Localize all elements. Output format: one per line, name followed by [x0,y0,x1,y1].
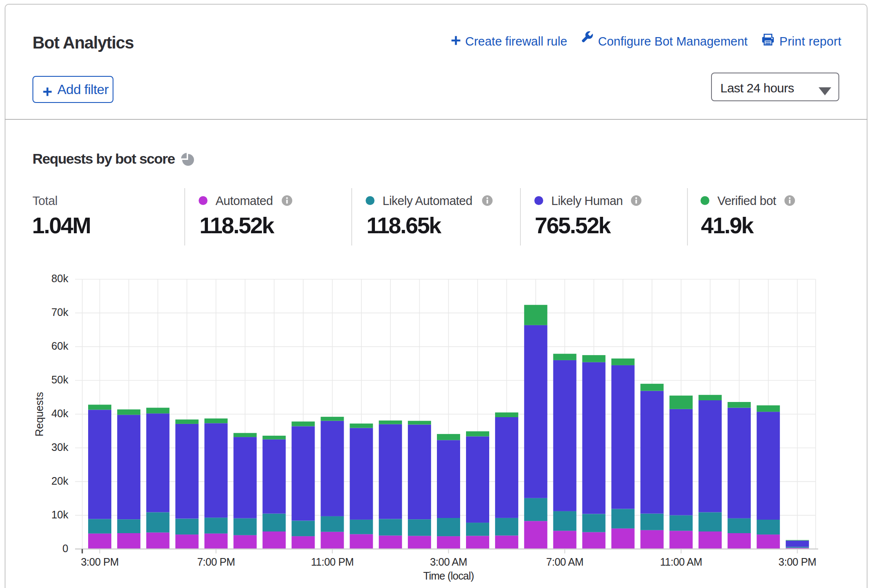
svg-text:40k: 40k [51,407,69,419]
svg-text:3:00 PM: 3:00 PM [779,556,816,568]
svg-text:20k: 20k [51,475,69,487]
svg-text:0: 0 [62,542,68,554]
svg-text:70k: 70k [51,306,69,318]
svg-text:7:00 AM: 7:00 AM [546,556,583,568]
svg-text:3:00 AM: 3:00 AM [430,556,467,568]
svg-text:10k: 10k [51,509,69,521]
svg-text:Time (local): Time (local) [423,570,474,582]
svg-text:Requests: Requests [33,392,45,437]
svg-text:30k: 30k [51,441,69,453]
svg-text:80k: 80k [51,272,69,284]
svg-text:50k: 50k [51,374,69,386]
svg-text:11:00 PM: 11:00 PM [311,556,353,568]
svg-text:11:00 AM: 11:00 AM [660,556,702,568]
svg-text:60k: 60k [51,340,69,352]
svg-text:3:00 PM: 3:00 PM [81,556,119,568]
svg-text:7:00 PM: 7:00 PM [197,556,235,568]
